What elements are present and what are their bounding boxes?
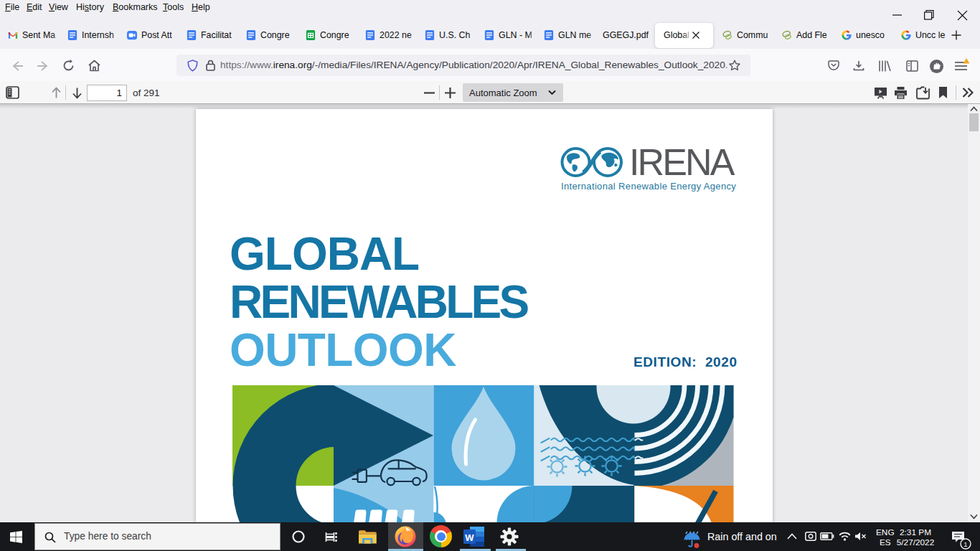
svg-text:W: W (465, 532, 474, 543)
svg-text:1: 1 (963, 540, 967, 548)
